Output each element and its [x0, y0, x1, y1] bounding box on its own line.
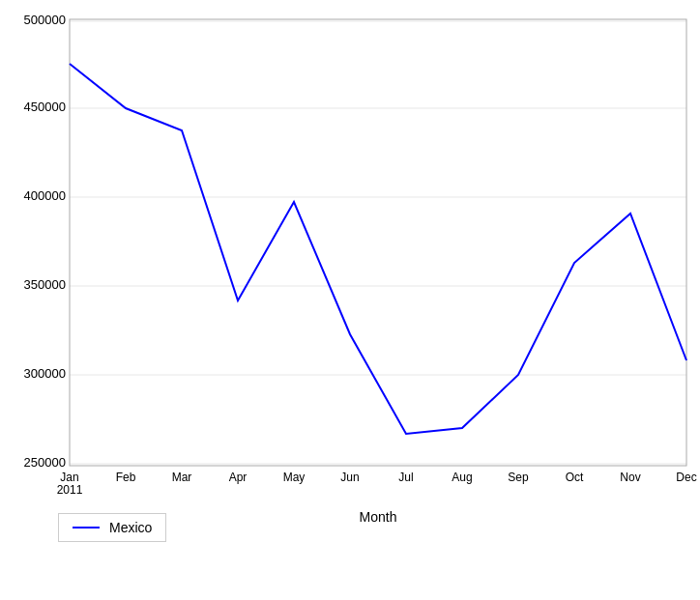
y-tick-300000: 300000 — [24, 366, 66, 381]
x-tick-apr: Apr — [229, 471, 248, 484]
svg-rect-6 — [70, 19, 686, 466]
x-tick-dec: Dec — [676, 471, 696, 484]
y-tick-350000: 350000 — [24, 277, 66, 292]
y-tick-400000: 400000 — [24, 188, 66, 203]
legend-line-icon — [73, 527, 100, 529]
chart-container: 500000 450000 400000 350000 300000 25000… — [0, 0, 700, 600]
x-tick-aug: Aug — [452, 471, 472, 484]
y-tick-250000: 250000 — [24, 455, 66, 470]
x-tick-jun: Jun — [340, 471, 359, 484]
mexico-line — [70, 64, 686, 434]
y-tick-450000: 450000 — [24, 100, 66, 114]
x-axis-label: Month — [360, 509, 397, 525]
x-tick-jan: Jan — [60, 471, 78, 484]
x-tick-jul: Jul — [398, 471, 413, 484]
legend-label: Mexico — [109, 520, 152, 535]
x-tick-jan-year: 2011 — [57, 483, 83, 497]
x-tick-nov: Nov — [620, 471, 640, 484]
x-tick-oct: Oct — [566, 471, 584, 484]
x-tick-feb: Feb — [116, 471, 136, 484]
x-tick-sep: Sep — [508, 471, 529, 484]
legend: Mexico — [58, 513, 166, 542]
x-tick-mar: Mar — [172, 471, 192, 484]
y-tick-500000: 500000 — [24, 13, 66, 27]
x-tick-may: May — [283, 471, 306, 484]
